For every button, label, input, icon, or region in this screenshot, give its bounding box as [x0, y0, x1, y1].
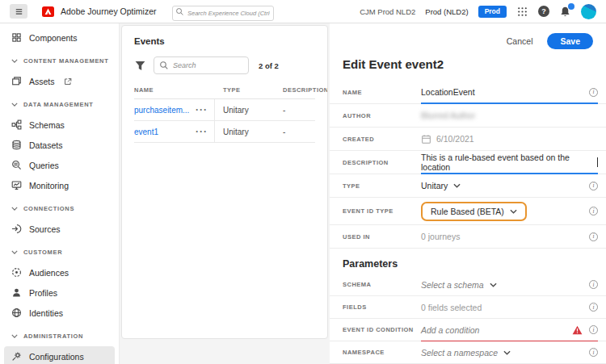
- events-table: NAME TYPE DESCRIPTION purchaseitem... ··…: [134, 81, 315, 143]
- info-icon[interactable]: i: [589, 207, 598, 215]
- profiles-icon: [11, 287, 22, 298]
- sidebar-section-connections[interactable]: CONNECTIONS: [0, 199, 119, 219]
- help-icon[interactable]: ?: [538, 6, 549, 17]
- events-search-input[interactable]: [173, 61, 243, 69]
- info-icon[interactable]: i: [589, 88, 598, 97]
- sidebar-section-customer[interactable]: CUSTOMER: [0, 242, 119, 262]
- sidebar-item-configurations[interactable]: Configurations: [4, 346, 115, 364]
- namespace-dropdown[interactable]: Select a namespace: [421, 348, 511, 358]
- field-label: TYPE: [343, 182, 421, 190]
- queries-icon: [11, 160, 22, 170]
- left-nav: Components CONTENT MANAGEMENT Assets DAT…: [0, 23, 120, 364]
- sidebar-item-datasets[interactable]: Datasets: [4, 135, 115, 155]
- save-button[interactable]: Save: [547, 33, 593, 49]
- field-label: DESCRIPTION: [343, 159, 421, 166]
- description-input[interactable]: This is a rule-based event based on the …: [421, 153, 598, 172]
- hamburger-menu-button[interactable]: [10, 4, 27, 19]
- event-id-type-dropdown-highlighted[interactable]: Rule Based (BETA): [421, 202, 527, 221]
- name-input[interactable]: LocationEvent: [421, 87, 475, 97]
- fields-selector[interactable]: 0 fields selected: [421, 303, 482, 312]
- filter-icon[interactable]: [134, 60, 146, 72]
- sidebar-item-monitoring[interactable]: Monitoring: [4, 175, 115, 195]
- edit-event-panel: Cancel Save Edit Event event2 NAME Locat…: [330, 23, 606, 364]
- sidebar-item-sources[interactable]: Sources: [4, 219, 115, 239]
- sidebar-section-content-management[interactable]: CONTENT MANAGEMENT: [0, 51, 119, 71]
- sidebar-item-label: Schemas: [29, 120, 65, 130]
- column-header-description: DESCRIPTION: [283, 86, 328, 94]
- field-label: USED IN: [343, 233, 421, 241]
- chevron-down-icon: [11, 250, 18, 254]
- field-row-type: TYPE Unitary i: [330, 174, 606, 198]
- sidebar-item-identities[interactable]: Identities: [4, 303, 115, 323]
- column-header-name: NAME: [134, 86, 215, 94]
- event-type-cell: Unitary: [215, 121, 283, 142]
- notifications-button[interactable]: [559, 6, 571, 18]
- cancel-button[interactable]: Cancel: [507, 36, 533, 46]
- condition-input[interactable]: Add a condition: [421, 325, 479, 335]
- sidebar-item-profiles[interactable]: Profiles: [4, 282, 115, 303]
- events-panel-background: Events 2 of 2 NAME TYPE DESCRIPTION: [120, 23, 330, 364]
- sidebar-item-label: Queries: [29, 161, 59, 170]
- field-row-fields: FIELDS 0 fields selected i: [330, 296, 606, 319]
- field-row-event-id-condition: EVENT ID CONDITION Add a condition i: [330, 319, 606, 341]
- field-label: EVENT ID TYPE: [343, 207, 421, 215]
- field-label: EVENT ID CONDITION: [343, 326, 421, 333]
- event-type-cell: Unitary: [215, 99, 283, 120]
- chevron-down-icon: [11, 59, 18, 63]
- avatar[interactable]: [581, 4, 596, 19]
- sidebar-item-queries[interactable]: Queries: [4, 155, 115, 175]
- sidebar-item-label: Monitoring: [29, 181, 69, 190]
- assets-icon: [11, 76, 22, 86]
- configurations-icon: [11, 351, 22, 362]
- event-link[interactable]: event1: [134, 128, 158, 136]
- sidebar-section-data-management[interactable]: DATA MANAGEMENT: [0, 94, 119, 115]
- chevron-down-icon: [510, 209, 517, 214]
- external-link-icon: [64, 77, 72, 86]
- sidebar-item-schemas[interactable]: Schemas: [4, 115, 115, 135]
- section-label: DATA MANAGEMENT: [23, 101, 94, 108]
- sidebar-item-assets[interactable]: Assets: [4, 71, 115, 91]
- editor-actions: Cancel Save: [330, 23, 606, 51]
- field-row-name: NAME LocationEvent i: [330, 81, 606, 104]
- schema-dropdown[interactable]: Select a schema: [421, 280, 497, 290]
- event-link[interactable]: purchaseitem...: [134, 106, 189, 115]
- sidebar-item-label: Components: [29, 33, 78, 43]
- info-icon[interactable]: i: [589, 325, 598, 334]
- environment-badge: Prod: [478, 6, 507, 18]
- calendar-icon: [421, 134, 431, 144]
- sidebar-item-audiences[interactable]: Audiences: [4, 262, 115, 282]
- field-label: SCHEMA: [343, 281, 421, 288]
- chevron-down-icon: [11, 334, 18, 338]
- apps-grid-icon[interactable]: [516, 6, 528, 18]
- chevron-down-icon: [453, 183, 461, 188]
- field-label: AUTHOR: [343, 112, 421, 119]
- info-icon[interactable]: i: [589, 232, 598, 241]
- info-icon[interactable]: i: [589, 348, 598, 357]
- events-search: [154, 56, 249, 74]
- events-panel: Events 2 of 2 NAME TYPE DESCRIPTION: [121, 25, 328, 339]
- section-label: CONNECTIONS: [23, 205, 74, 212]
- sandbox-switcher[interactable]: Prod (NLD2): [425, 7, 468, 16]
- sources-icon: [11, 224, 22, 234]
- type-dropdown[interactable]: Unitary: [421, 181, 461, 190]
- hamburger-icon: [14, 6, 24, 17]
- sidebar-item-components[interactable]: Components: [4, 27, 115, 48]
- section-label: CUSTOMER: [23, 249, 62, 256]
- sidebar-item-label: Audiences: [29, 268, 69, 278]
- sidebar-item-label: Datasets: [29, 140, 62, 150]
- used-in-value: 0 journeys: [421, 232, 460, 241]
- info-icon[interactable]: i: [589, 182, 598, 190]
- sidebar-item-label: Identities: [29, 308, 63, 318]
- info-icon[interactable]: i: [589, 280, 598, 289]
- sidebar-section-administration[interactable]: ADMINISTRATION: [0, 326, 119, 346]
- field-label: NAME: [343, 89, 421, 96]
- global-search: [172, 4, 274, 19]
- notification-dot: [568, 3, 574, 10]
- chevron-down-icon: [490, 282, 497, 287]
- info-icon[interactable]: i: [589, 303, 598, 312]
- top-bar: Adobe Journey Optimizer CJM Prod NLD2 Pr…: [0, 0, 606, 23]
- events-controls: 2 of 2: [134, 56, 315, 74]
- more-actions-icon[interactable]: ···: [196, 105, 208, 115]
- global-search-input[interactable]: [172, 6, 274, 21]
- more-actions-icon[interactable]: ···: [196, 127, 208, 136]
